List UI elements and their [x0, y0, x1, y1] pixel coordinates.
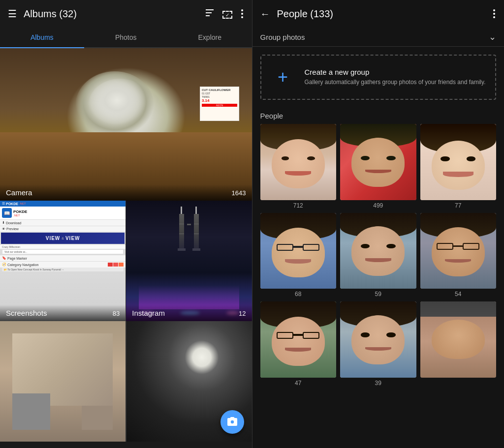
instagram-album-count: 12: [239, 310, 246, 317]
people-title: People (133): [277, 8, 493, 20]
albums-title: Albums (32): [24, 8, 205, 20]
person-photo-6: [420, 213, 497, 289]
person-photo-9: [420, 301, 497, 378]
album-dark-1[interactable]: [0, 321, 126, 442]
instagram-album-label: Instagram 12: [126, 305, 252, 321]
more-options-icon[interactable]: [240, 8, 244, 19]
person-count-6: 54: [455, 291, 461, 298]
person-item-1[interactable]: 712: [260, 124, 337, 209]
albums-row-2: [0, 321, 252, 442]
person-photo-2: [340, 124, 416, 200]
left-header: ☰ Albums (32): [0, 0, 252, 28]
screenshots-album-name: Screenshots: [6, 309, 47, 317]
person-item-3[interactable]: 77: [420, 124, 497, 209]
person-item-9[interactable]: [420, 301, 497, 387]
tab-photos[interactable]: Photos: [84, 28, 168, 47]
person-photo-8: [340, 301, 416, 378]
people-section-label: People: [252, 108, 504, 124]
people-grid: 712 499: [252, 124, 504, 448]
camera-album-label: Camera 1643: [0, 184, 252, 201]
camera-fab-button[interactable]: [220, 410, 244, 434]
back-button[interactable]: ←: [260, 8, 270, 20]
screenshots-album-label: Screenshots 83: [0, 305, 126, 321]
person-item-8[interactable]: 39: [340, 301, 416, 387]
album-dark-2[interactable]: [126, 321, 252, 442]
chevron-down-icon: ⌄: [489, 31, 496, 42]
plus-icon: +: [278, 68, 288, 86]
person-item-5[interactable]: 59: [340, 213, 416, 298]
instagram-album-name: Instagram: [132, 309, 165, 317]
camera-thumbnail: CUT CAULIFLOWER 01 GST TW901 3.14 AEON: [0, 48, 252, 201]
right-more-icon[interactable]: [492, 8, 496, 19]
select-grid-icon[interactable]: [222, 9, 232, 19]
person-photo-3: [420, 124, 497, 200]
person-photo-1: [260, 124, 337, 200]
tabs-bar: Albums Photos Explore: [0, 28, 252, 48]
camera-album-name: Camera: [6, 188, 32, 197]
create-group-text: Create a new group Gallery automatically…: [305, 68, 488, 87]
person-item-7[interactable]: 47: [260, 301, 337, 387]
album-camera[interactable]: CUT CAULIFLOWER 01 GST TW901 3.14 AEON C…: [0, 48, 252, 201]
person-count-7: 47: [295, 380, 301, 387]
person-count-8: 39: [375, 380, 381, 387]
create-group-title: Create a new group: [305, 68, 488, 76]
right-panel: ← People (133) Group photos ⌄ + Create a…: [252, 0, 504, 448]
person-item-6[interactable]: 54: [420, 213, 497, 298]
sort-icon[interactable]: [205, 8, 215, 19]
album-instagram[interactable]: Instagram 12: [126, 201, 252, 321]
hamburger-icon[interactable]: ☰: [8, 8, 17, 20]
instagram-thumbnail: [126, 201, 252, 321]
group-photos-label: Group photos: [260, 33, 305, 41]
screenshots-album-count: 83: [113, 310, 120, 317]
person-count-2: 499: [373, 202, 383, 209]
right-header: ← People (133): [252, 0, 504, 28]
create-group-card[interactable]: + Create a new group Gallery automatical…: [260, 55, 497, 100]
create-group-description: Gallery automatically gathers group phot…: [305, 78, 488, 87]
albums-scroll: CUT CAULIFLOWER 01 GST TW901 3.14 AEON C…: [0, 48, 252, 448]
person-item-2[interactable]: 499: [340, 124, 416, 209]
person-count-5: 59: [375, 291, 381, 298]
tab-explore[interactable]: Explore: [168, 28, 252, 47]
tab-albums[interactable]: Albums: [0, 28, 84, 47]
left-panel: ☰ Albums (32) Albums Photos: [0, 0, 252, 448]
albums-row-1: ☰POKDE.NET 📖 POKDE .NET ⬇Download: [0, 201, 252, 321]
person-item-4[interactable]: 68: [260, 213, 337, 298]
plus-icon-box: +: [269, 63, 297, 91]
header-icons: [205, 8, 244, 19]
group-photos-section[interactable]: Group photos ⌄: [252, 28, 504, 47]
person-photo-4: [260, 213, 337, 289]
person-count-4: 68: [295, 291, 301, 298]
person-photo-5: [340, 213, 416, 289]
album-screenshots[interactable]: ☰POKDE.NET 📖 POKDE .NET ⬇Download: [0, 201, 126, 321]
person-count-3: 77: [455, 202, 461, 209]
person-photo-7: [260, 301, 337, 378]
camera-album-count: 1643: [232, 189, 246, 197]
person-count-1: 712: [293, 202, 303, 209]
